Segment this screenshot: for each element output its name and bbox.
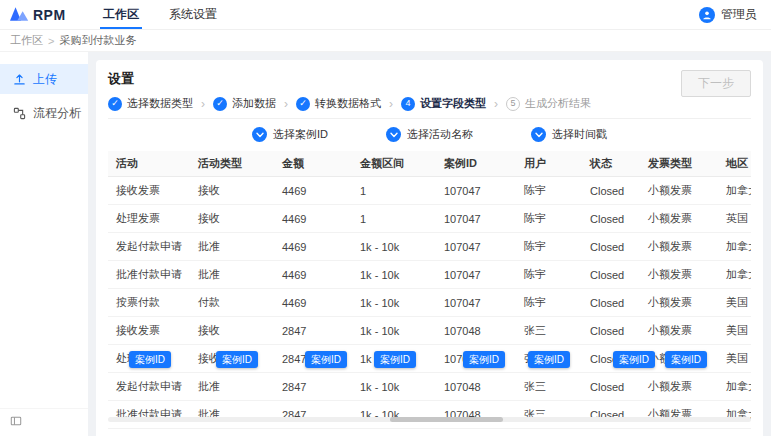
step-separator-icon: › (201, 97, 205, 111)
table-cell: 小额发票 (640, 373, 718, 401)
step-label: 生成分析结果 (525, 96, 591, 111)
step-4[interactable]: 4设置字段类型 (401, 96, 486, 111)
table-cell: 接收 (190, 205, 274, 233)
step-3[interactable]: ✓转换数据格式 (296, 96, 381, 111)
case-id-drag-tag[interactable]: 案例ID (374, 351, 416, 368)
table-cell: 4469 (274, 205, 352, 233)
table-cell: 107048 (436, 373, 516, 401)
table-cell: 批准付款申请 (108, 401, 190, 429)
step-2[interactable]: ✓添加数据 (213, 96, 276, 111)
column-header: 金额 (274, 151, 352, 177)
dropdown-circle-icon (386, 127, 401, 142)
logo-text: RPM (33, 7, 66, 23)
table-cell: 加拿大 (718, 233, 751, 261)
table-cell: Closed (582, 401, 640, 429)
case-id-drag-tag[interactable]: 案例ID (613, 351, 655, 368)
table-row: 发起付款申请批准28471k - 10k107048张三Closed小额发票加拿… (108, 373, 751, 401)
table-cell: 付款 (190, 289, 274, 317)
table-cell: 107047 (436, 177, 516, 205)
top-tab-2[interactable]: 系统设置 (154, 0, 232, 29)
table-cell: 1k - 10k (352, 289, 436, 317)
field-selector-label: 选择时间戳 (552, 127, 607, 142)
breadcrumb-item[interactable]: 工作区 (10, 33, 43, 48)
table-cell: 接收 (190, 177, 274, 205)
step-number: 5 (506, 97, 520, 111)
table-cell: 107047 (436, 261, 516, 289)
field-selector[interactable]: 选择案例ID (252, 127, 328, 142)
table-cell: 小额发票 (640, 429, 718, 436)
sidebar-collapse-icon[interactable] (10, 415, 22, 427)
field-selector[interactable]: 选择活动名称 (386, 127, 473, 142)
field-selector-label: 选择案例ID (273, 127, 328, 142)
table-cell: Closed (582, 205, 640, 233)
horizontal-scrollbar-thumb[interactable] (390, 417, 503, 422)
table-cell: 发起付款申请 (108, 373, 190, 401)
step-1[interactable]: ✓选择数据类型 (108, 96, 193, 111)
table-cell: 处理发票 (108, 205, 190, 233)
table-cell: 美国 (718, 289, 751, 317)
table-cell: Closed (582, 429, 640, 436)
sidebar: 上传流程分析 (0, 52, 88, 436)
case-id-drag-tag[interactable]: 案例ID (216, 351, 258, 368)
logo-mountain-icon (10, 6, 29, 24)
table-cell: 批准 (190, 373, 274, 401)
sidebar-item-analysis[interactable]: 流程分析 (0, 98, 88, 128)
next-step-button[interactable]: 下一步 (681, 70, 751, 97)
column-header: 地区 (718, 151, 751, 177)
column-header: 金额区间 (352, 151, 436, 177)
step-label: 添加数据 (232, 96, 276, 111)
case-id-drag-tag[interactable]: 案例ID (305, 351, 347, 368)
table-cell: Closed (582, 317, 640, 345)
user-menu[interactable]: 管理员 (699, 6, 771, 23)
step-label: 设置字段类型 (420, 96, 486, 111)
table-cell: 陈宇 (516, 205, 582, 233)
table-cell: 1k - 10k (352, 261, 436, 289)
table-cell: 加拿大 (718, 373, 751, 401)
table-cell: 美国 (718, 345, 751, 373)
sidebar-item-upload[interactable]: 上传 (0, 64, 88, 94)
table-cell: 1k - 10k (352, 401, 436, 429)
table-cell: 英国 (718, 205, 751, 233)
table-cell: 小额发票 (640, 261, 718, 289)
case-id-drag-tag[interactable]: 案例ID (129, 351, 171, 368)
horizontal-scrollbar-track (108, 417, 751, 422)
app-body: 上传流程分析 设置 下一步 ✓选择数据类型›✓添加数据›✓转换数据格式›4设置字… (0, 52, 771, 436)
table-cell: 107048 (436, 401, 516, 429)
step-separator-icon: › (284, 97, 288, 111)
table-cell: 批准 (190, 233, 274, 261)
table-cell: 107048 (436, 429, 516, 436)
table-cell: Closed (582, 233, 640, 261)
column-header: 活动 (108, 151, 190, 177)
table-cell: 加拿大 (718, 261, 751, 289)
column-header: 用户 (516, 151, 582, 177)
case-id-drag-tag[interactable]: 案例ID (528, 351, 570, 368)
case-id-drag-tag[interactable]: 案例ID (463, 351, 505, 368)
step-5[interactable]: 5生成分析结果 (506, 96, 591, 111)
table-row: 发起付款申请批准44691k - 10k107047陈宇Closed小额发票加拿… (108, 233, 751, 261)
table-cell: 小额发票 (640, 401, 718, 429)
table-cell: 英国 (718, 429, 751, 436)
table-cell: 付款 (190, 429, 274, 436)
table-cell: 陈宇 (516, 289, 582, 317)
step-check-icon: ✓ (108, 97, 122, 111)
table-cell: 1k - 10k (352, 373, 436, 401)
table-cell: 小额发票 (640, 233, 718, 261)
table-cell: 小额发票 (640, 317, 718, 345)
table-cell: Closed (582, 261, 640, 289)
table-cell: 4469 (274, 261, 352, 289)
step-label: 转换数据格式 (315, 96, 381, 111)
table-cell: 接收 (190, 317, 274, 345)
table-cell: 按票付款 (108, 429, 190, 436)
table-cell: 张三 (516, 317, 582, 345)
upload-icon (13, 73, 26, 86)
case-id-drag-tag[interactable]: 案例ID (665, 351, 707, 368)
table-cell: 107048 (436, 317, 516, 345)
field-selector[interactable]: 选择时间戳 (531, 127, 607, 142)
user-name: 管理员 (721, 6, 757, 23)
table-cell: 2847 (274, 373, 352, 401)
main-content: 设置 下一步 ✓选择数据类型›✓添加数据›✓转换数据格式›4设置字段类型›5生成… (88, 52, 771, 436)
table-cell: Closed (582, 177, 640, 205)
table-cell: 美国 (718, 317, 751, 345)
top-tab-1[interactable]: 工作区 (88, 0, 154, 29)
table-cell: 接收发票 (108, 177, 190, 205)
